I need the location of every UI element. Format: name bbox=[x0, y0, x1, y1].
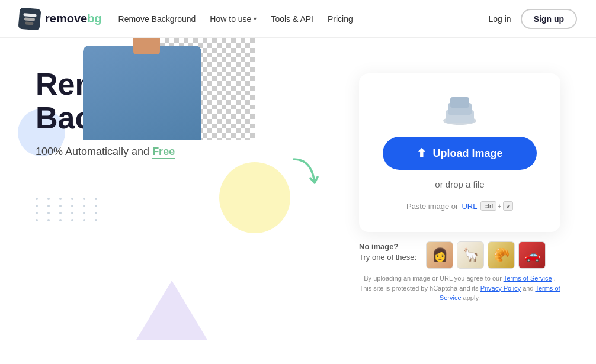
privacy-link[interactable]: Privacy Policy bbox=[480, 285, 521, 292]
arrow-icon bbox=[288, 153, 323, 201]
footer-note: By uploading an image or URL you agree t… bbox=[359, 273, 560, 303]
login-button[interactable]: Log in bbox=[489, 14, 511, 24]
nav-left: removebg Remove Background How to use ▾ … bbox=[19, 8, 353, 30]
paste-text: Paste image or bbox=[406, 202, 458, 211]
nav-pricing[interactable]: Pricing bbox=[328, 14, 353, 24]
animal-emoji: 🦙 bbox=[463, 247, 479, 263]
upload-card: ⬆ Upload Image or drop a file Paste imag… bbox=[359, 73, 560, 232]
keyboard-shortcut: ctrl + v bbox=[480, 201, 513, 211]
sample-thumb-person[interactable]: 👩 bbox=[426, 241, 453, 269]
nav-right: Log in Sign up bbox=[489, 9, 577, 29]
deco-dots bbox=[36, 198, 102, 221]
person-image bbox=[71, 38, 225, 140]
deco-circle-yellow bbox=[219, 162, 290, 233]
navbar: removebg Remove Background How to use ▾ … bbox=[0, 0, 596, 38]
drop-text: or drop a file bbox=[435, 179, 484, 189]
signup-button[interactable]: Sign up bbox=[521, 9, 577, 29]
nav-remove-background[interactable]: Remove Background bbox=[118, 14, 196, 24]
upload-button[interactable]: ⬆ Upload Image bbox=[383, 137, 537, 170]
nav-how-to-use[interactable]: How to use ▾ bbox=[210, 14, 257, 24]
upload-stack-icon bbox=[441, 95, 479, 127]
deco-triangle-purple bbox=[136, 281, 207, 340]
sample-thumb-animal[interactable]: 🦙 bbox=[457, 241, 484, 269]
sample-thumb-food[interactable]: 🥐 bbox=[488, 241, 515, 269]
food-emoji: 🥐 bbox=[494, 247, 510, 263]
sample-thumb-car[interactable]: 🚗 bbox=[518, 241, 546, 269]
url-link[interactable]: URL bbox=[462, 202, 477, 211]
tos-link[interactable]: Terms of Service bbox=[504, 275, 552, 282]
sample-thumbs: 👩 🦙 🥐 🚗 bbox=[426, 241, 546, 269]
paste-row: Paste image or URL ctrl + v bbox=[406, 201, 513, 211]
hero-subtitle: 100% Automatically and Free bbox=[36, 146, 253, 158]
car-emoji: 🚗 bbox=[524, 247, 540, 263]
upload-section: ⬆ Upload Image or drop a file Paste imag… bbox=[359, 73, 560, 303]
logo[interactable]: removebg bbox=[19, 8, 102, 30]
hero-left: Remove Image Background 100% Automatical… bbox=[36, 67, 253, 158]
samples-row: No image? Try one of these: 👩 🦙 🥐 🚗 bbox=[359, 241, 560, 269]
hero-section: Remove Image Background 100% Automatical… bbox=[0, 38, 596, 357]
chevron-down-icon: ▾ bbox=[254, 15, 257, 22]
samples-label: No image? Try one of these: bbox=[359, 241, 416, 263]
svg-rect-3 bbox=[450, 97, 469, 108]
image-preview bbox=[71, 38, 255, 140]
logo-icon bbox=[23, 12, 37, 25]
nav-tools-api[interactable]: Tools & API bbox=[271, 14, 313, 24]
logo-text: removebg bbox=[45, 12, 102, 25]
nav-links: Remove Background How to use ▾ Tools & A… bbox=[118, 14, 353, 24]
upload-arrow-icon: ⬆ bbox=[416, 146, 427, 160]
person-emoji: 👩 bbox=[432, 247, 448, 263]
